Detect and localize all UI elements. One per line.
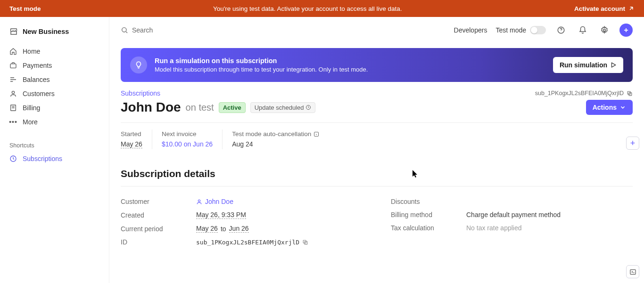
sidebar-item-customers[interactable]: Customers: [5, 87, 104, 101]
section-title-details: Subscription details: [121, 168, 633, 179]
gear-icon: [600, 26, 609, 34]
floating-add-button[interactable]: +: [626, 137, 639, 150]
next-invoice-label: Next invoice: [162, 130, 213, 137]
period-to[interactable]: Jun 26: [229, 225, 249, 233]
test-mode-toggle-wrap: Test mode: [495, 26, 546, 34]
status-badge-scheduled: Update scheduled: [250, 102, 316, 113]
main-area: Search Developers Test mode Run a simula…: [109, 17, 644, 283]
simulation-desc: Model this subscription through time to …: [155, 66, 545, 73]
receipt-icon: [9, 104, 17, 112]
floating-terminal-button[interactable]: [626, 265, 639, 278]
auto-cancel-value: Aug 24: [232, 140, 319, 148]
metrics-row: Started May 26 Next invoice $10.00 on Ju…: [121, 129, 633, 149]
on-plan: on test: [186, 102, 214, 113]
tax-label: Tax calculation: [391, 224, 466, 232]
svg-rect-0: [10, 64, 16, 68]
clock-small-icon: [305, 105, 311, 110]
details-grid: Customer John Doe Created May 26, 9:33 P…: [121, 195, 633, 249]
shortcut-subscriptions[interactable]: Subscriptions: [5, 152, 104, 166]
status-badge-active: Active: [219, 102, 246, 113]
chevron-down-icon: [619, 104, 626, 111]
billing-method-value: Charge default payment method: [466, 211, 561, 218]
settings-button[interactable]: [598, 24, 611, 37]
period-from[interactable]: May 26: [196, 225, 218, 233]
svg-point-1: [12, 91, 14, 94]
test-mode-banner: Test mode You're using test data. Activa…: [0, 0, 644, 17]
copy-icon[interactable]: [302, 239, 308, 245]
svg-point-4: [122, 28, 126, 32]
actions-button[interactable]: Actions: [586, 100, 633, 115]
info-icon[interactable]: [314, 131, 319, 137]
sidebar: New Business Home Payments Balances Cust…: [0, 17, 109, 283]
test-mode-toggle[interactable]: [530, 26, 546, 34]
created-value[interactable]: May 26, 9:33 PM: [196, 211, 246, 219]
sidebar-item-billing[interactable]: Billing: [5, 101, 104, 115]
period-value: May 26 to Jun 26: [196, 225, 249, 233]
help-icon: [557, 26, 565, 34]
topbar: Search Developers Test mode: [109, 17, 644, 43]
id-label: ID: [121, 238, 196, 246]
more-icon: •••: [9, 118, 17, 126]
play-icon: [610, 62, 617, 68]
terminal-icon: [629, 268, 636, 275]
next-invoice-value[interactable]: $10.00 on Jun 26: [162, 140, 213, 148]
svg-point-6: [603, 29, 606, 32]
clock-icon: [9, 155, 17, 162]
developers-link[interactable]: Developers: [454, 26, 487, 34]
briefcase-icon: [9, 62, 17, 69]
test-mode-label: Test mode: [9, 5, 41, 12]
period-label: Current period: [121, 225, 196, 233]
test-mode-message: You're using test data. Activate your ac…: [41, 5, 574, 12]
brand-switcher[interactable]: New Business: [5, 24, 104, 44]
sidebar-item-home[interactable]: Home: [5, 44, 104, 58]
started-label: Started: [121, 130, 142, 137]
sidebar-item-balances[interactable]: Balances: [5, 73, 104, 87]
activate-account-link[interactable]: Activate account: [574, 5, 635, 12]
created-label: Created: [121, 211, 196, 219]
notifications-button[interactable]: [576, 24, 589, 37]
customer-link[interactable]: John Doe: [196, 198, 233, 205]
search-icon: [121, 26, 128, 34]
id-value: sub_1PKogxJL2sBFEIA0MjQxrjlD: [196, 239, 308, 246]
home-icon: [9, 48, 17, 55]
external-link-icon: [628, 5, 635, 12]
search-input[interactable]: Search: [121, 26, 446, 34]
customer-label: Customer: [121, 198, 196, 205]
breadcrumb-subscriptions[interactable]: Subscriptions: [121, 89, 160, 97]
create-button[interactable]: [619, 24, 633, 37]
simulation-banner: Run a simulation on this subscription Mo…: [121, 48, 633, 82]
simulation-title: Run a simulation on this subscription: [155, 57, 545, 65]
tax-value: No tax rate applied: [466, 224, 522, 232]
store-icon: [9, 27, 18, 36]
discounts-label: Discounts: [391, 198, 466, 205]
user-small-icon: [196, 199, 202, 205]
user-icon: [9, 90, 17, 97]
svg-marker-7: [612, 63, 616, 67]
subscription-id-header: sub_1PKogxJL2sBFEIA0MjQxrjlD: [535, 90, 633, 97]
lightbulb-icon: [130, 57, 147, 73]
started-value[interactable]: May 26: [121, 140, 142, 148]
auto-cancel-label: Test mode auto-cancellation: [232, 130, 319, 137]
balances-icon: [9, 76, 17, 83]
shortcuts-heading: Shortcuts: [5, 129, 104, 152]
bell-icon: [578, 26, 587, 34]
help-button[interactable]: [554, 24, 568, 37]
svg-point-12: [198, 200, 200, 202]
billing-method-label: Billing method: [391, 211, 466, 218]
run-simulation-button[interactable]: Run simulation: [553, 57, 623, 73]
sidebar-item-more[interactable]: ••• More: [5, 115, 104, 129]
page-title: John Doe: [121, 100, 181, 115]
plus-icon: [623, 27, 629, 33]
sidebar-item-payments[interactable]: Payments: [5, 58, 104, 73]
copy-icon[interactable]: [627, 90, 633, 97]
